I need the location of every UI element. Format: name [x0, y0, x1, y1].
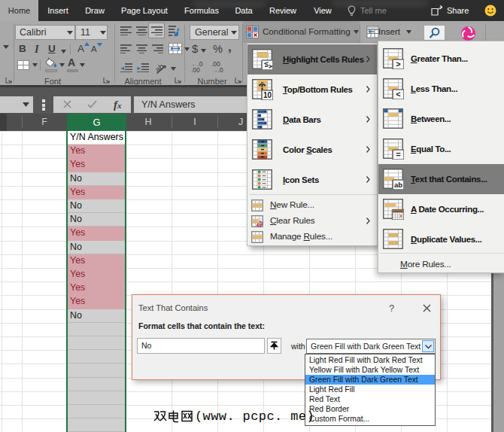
svg-text:ab: ab — [394, 181, 402, 189]
svg-text:10: 10 — [263, 91, 272, 99]
svg-text:=: = — [396, 150, 400, 159]
svg-text:>: > — [396, 59, 400, 68]
svg-text:<: < — [396, 90, 400, 99]
